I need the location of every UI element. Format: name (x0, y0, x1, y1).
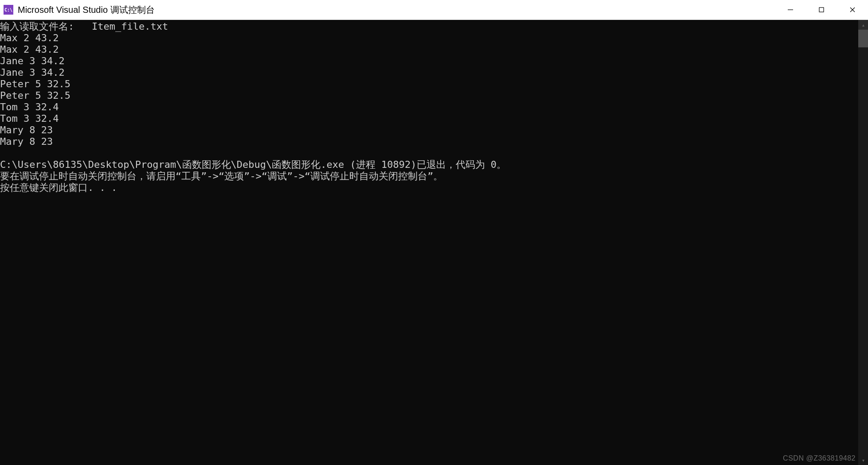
scroll-up-button[interactable]: ▴ (858, 20, 868, 30)
app-icon: C:\ (4, 5, 13, 15)
svg-rect-1 (819, 8, 824, 12)
window-controls (775, 0, 868, 19)
scrollbar-thumb[interactable] (858, 30, 868, 47)
chevron-down-icon: ▾ (862, 458, 864, 463)
chevron-up-icon: ▴ (862, 23, 864, 27)
minimize-button[interactable] (775, 0, 806, 19)
scroll-down-button[interactable]: ▾ (858, 455, 868, 465)
close-button[interactable] (837, 0, 868, 19)
watermark-text: CSDN @Z363819482 (783, 454, 856, 462)
window-title: Microsoft Visual Studio 调试控制台 (18, 4, 775, 16)
maximize-button[interactable] (806, 0, 837, 19)
titlebar: C:\ Microsoft Visual Studio 调试控制台 (0, 0, 868, 20)
maximize-icon (818, 7, 825, 13)
console-output[interactable]: 输入读取文件名: Item_file.txt Max 2 43.2 Max 2 … (0, 20, 858, 465)
scrollbar[interactable]: ▴ ▾ (858, 20, 868, 465)
close-icon (849, 7, 856, 13)
console-wrap: 输入读取文件名: Item_file.txt Max 2 43.2 Max 2 … (0, 20, 868, 465)
minimize-icon (787, 7, 794, 13)
